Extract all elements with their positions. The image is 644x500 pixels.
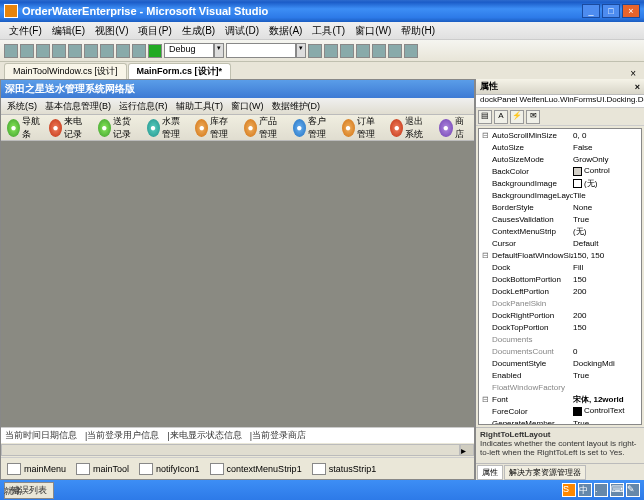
- toolbar-button-8[interactable]: ●退出系统: [386, 113, 435, 143]
- property-row[interactable]: BackColorControl: [479, 165, 641, 177]
- property-row[interactable]: ContextMenuStrip(无): [479, 225, 641, 237]
- property-value[interactable]: 150, 150: [573, 251, 641, 260]
- toolbar-button-3[interactable]: ●水票管理: [143, 113, 192, 143]
- toolbar-button-4[interactable]: ●库存管理: [191, 113, 240, 143]
- property-value[interactable]: (无): [573, 178, 641, 189]
- platform-selector[interactable]: ▾: [226, 43, 306, 58]
- form-menu-system[interactable]: 系统(S): [3, 100, 41, 113]
- property-value[interactable]: 150: [573, 275, 641, 284]
- menu-view[interactable]: 视图(V): [90, 24, 133, 38]
- property-value[interactable]: 150: [573, 323, 641, 332]
- property-value[interactable]: 0: [573, 347, 641, 356]
- property-row[interactable]: Documents: [479, 333, 641, 345]
- tab-maintoolwindow[interactable]: MainToolWindow.cs [设计]: [4, 63, 127, 79]
- property-value[interactable]: 200: [573, 287, 641, 296]
- property-value[interactable]: True: [573, 215, 641, 224]
- tool-icon-1[interactable]: [324, 44, 338, 58]
- property-value[interactable]: True: [573, 419, 641, 426]
- property-value[interactable]: 0, 0: [573, 131, 641, 140]
- tab-mainform[interactable]: MainForm.cs [设计]*: [128, 63, 232, 79]
- property-row[interactable]: DockBottomPortion150: [479, 273, 641, 285]
- expand-icon[interactable]: ⊟: [479, 395, 491, 404]
- tool-icon-3[interactable]: [356, 44, 370, 58]
- dockpanel-area[interactable]: [1, 141, 474, 427]
- copy-icon[interactable]: [84, 44, 98, 58]
- property-row[interactable]: BackgroundImageLayoutTile: [479, 189, 641, 201]
- run-icon[interactable]: [148, 44, 162, 58]
- redo-icon[interactable]: [132, 44, 146, 58]
- menu-project[interactable]: 项目(P): [133, 24, 176, 38]
- tray-item-contextMenuStrip1[interactable]: contextMenuStrip1: [210, 463, 302, 475]
- tab-properties[interactable]: 属性: [477, 465, 503, 480]
- properties-grid[interactable]: ⊟AutoScrollMinSize0, 0AutoSizeFalseAutoS…: [478, 128, 642, 425]
- property-row[interactable]: CausesValidationTrue: [479, 213, 641, 225]
- property-row[interactable]: DockFill: [479, 261, 641, 273]
- paste-icon[interactable]: [100, 44, 114, 58]
- toolbar-button-0[interactable]: ●导航条: [3, 113, 45, 143]
- property-row[interactable]: DocumentsCount0: [479, 345, 641, 357]
- property-value[interactable]: False: [573, 143, 641, 152]
- property-row[interactable]: DocumentStyleDockingMdi: [479, 357, 641, 369]
- property-row[interactable]: DockPanelSkin: [479, 297, 641, 309]
- property-row[interactable]: EnabledTrue: [479, 369, 641, 381]
- property-row[interactable]: ⊟DefaultFloatWindowSize150, 150: [479, 249, 641, 261]
- tab-solution-explorer[interactable]: 解决方案资源管理器: [504, 465, 586, 480]
- property-value[interactable]: DockingMdi: [573, 359, 641, 368]
- property-value[interactable]: None: [573, 203, 641, 212]
- tray-item-notifyIcon1[interactable]: notifyIcon1: [139, 463, 200, 475]
- undo-icon[interactable]: [116, 44, 130, 58]
- property-value[interactable]: GrowOnly: [573, 155, 641, 164]
- property-value[interactable]: Tile: [573, 191, 641, 200]
- open-icon[interactable]: [20, 44, 34, 58]
- properties-icon[interactable]: ⚡: [510, 110, 524, 124]
- menu-window[interactable]: 窗口(W): [350, 24, 396, 38]
- tool-icon-4[interactable]: [372, 44, 386, 58]
- cut-icon[interactable]: [68, 44, 82, 58]
- tool-icon-2[interactable]: [340, 44, 354, 58]
- object-selector[interactable]: dockPanel WeifenLuo.WinFormsUI.Docking.D…: [476, 95, 644, 108]
- property-value[interactable]: 200: [573, 311, 641, 320]
- ime-icon-3[interactable]: .: [594, 483, 608, 497]
- save-all-icon[interactable]: [52, 44, 66, 58]
- property-value[interactable]: Control: [573, 166, 641, 175]
- new-project-icon[interactable]: [4, 44, 18, 58]
- menu-build[interactable]: 生成(B): [177, 24, 220, 38]
- toolbar-button-2[interactable]: ●送货记录: [94, 113, 143, 143]
- property-row[interactable]: ⊟Font宋体, 12world: [479, 393, 641, 405]
- find-icon[interactable]: [308, 44, 322, 58]
- property-row[interactable]: AutoSizeFalse: [479, 141, 641, 153]
- close-button[interactable]: ×: [622, 4, 640, 18]
- tray-item-mainTool[interactable]: mainTool: [76, 463, 129, 475]
- form-menu-run[interactable]: 运行信息(R): [115, 100, 172, 113]
- property-row[interactable]: AutoSizeModeGrowOnly: [479, 153, 641, 165]
- menu-edit[interactable]: 编辑(E): [47, 24, 90, 38]
- toolbar-button-1[interactable]: ●来电记录: [45, 113, 94, 143]
- property-value[interactable]: True: [573, 371, 641, 380]
- toolbar-button-5[interactable]: ●产品管理: [240, 113, 289, 143]
- form-menu-data[interactable]: 数据维护(D): [268, 100, 325, 113]
- ime-icon-1[interactable]: S: [562, 483, 576, 497]
- menu-debug[interactable]: 调试(D): [220, 24, 264, 38]
- toolbar-button-9[interactable]: ●商店: [435, 113, 472, 143]
- tray-item-mainMenu[interactable]: mainMenu: [7, 463, 66, 475]
- alphabetical-icon[interactable]: A: [494, 110, 508, 124]
- menu-help[interactable]: 帮助(H): [396, 24, 440, 38]
- property-row[interactable]: DockRightPortion200: [479, 309, 641, 321]
- toolbar-button-7[interactable]: ●订单管理: [338, 113, 387, 143]
- property-value[interactable]: ControlText: [573, 406, 641, 415]
- property-row[interactable]: FloatWindowFactory: [479, 381, 641, 393]
- categorized-icon[interactable]: ▤: [478, 110, 492, 124]
- property-row[interactable]: ⊟AutoScrollMinSize0, 0: [479, 129, 641, 141]
- property-value[interactable]: Default: [573, 239, 641, 248]
- property-row[interactable]: BorderStyleNone: [479, 201, 641, 213]
- panel-close-icon[interactable]: ×: [635, 82, 640, 92]
- expand-icon[interactable]: ⊟: [479, 131, 491, 140]
- property-row[interactable]: DockTopPortion150: [479, 321, 641, 333]
- maximize-button[interactable]: □: [602, 4, 620, 18]
- events-icon[interactable]: ✉: [526, 110, 540, 124]
- ime-icon-5[interactable]: ✎: [626, 483, 640, 497]
- form-menu-window[interactable]: 窗口(W): [227, 100, 268, 113]
- ime-icon-4[interactable]: ⌨: [610, 483, 624, 497]
- tool-icon-6[interactable]: [404, 44, 418, 58]
- ime-icon-2[interactable]: 中: [578, 483, 592, 497]
